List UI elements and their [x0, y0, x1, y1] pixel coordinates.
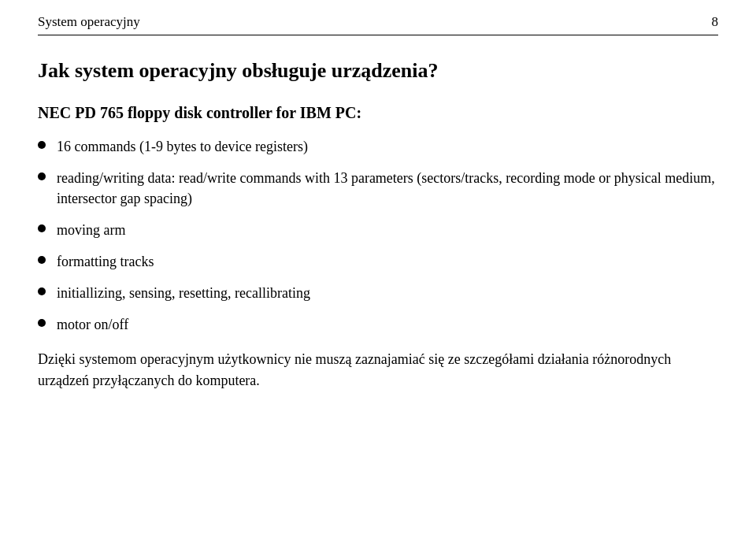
- bullet-text-4: formatting tracks: [57, 251, 718, 272]
- header: System operacyjny 8: [38, 14, 718, 35]
- bullet-text-1: 16 commands (1-9 bytes to device registe…: [57, 136, 718, 157]
- list-item: reading/writing data: read/write command…: [38, 168, 718, 209]
- page-container: System operacyjny 8 Jak system operacyjn…: [0, 0, 756, 415]
- header-title: System operacyjny: [38, 14, 140, 30]
- list-item: motor on/off: [38, 314, 718, 335]
- header-page-number: 8: [712, 14, 719, 30]
- bullet-text-2: reading/writing data: read/write command…: [57, 168, 718, 209]
- bullet-dot-3: [38, 224, 46, 232]
- list-item: 16 commands (1-9 bytes to device registe…: [38, 136, 718, 157]
- list-item: moving arm: [38, 220, 718, 240]
- closing-paragraph: Dzięki systemom operacyjnym użytkownicy …: [38, 349, 718, 391]
- bullet-text-6: motor on/off: [57, 314, 718, 335]
- list-item: initiallizing, sensing, resetting, recal…: [38, 283, 718, 303]
- bullet-dot-4: [38, 256, 46, 264]
- bullet-list: 16 commands (1-9 bytes to device registe…: [38, 136, 718, 336]
- bullet-dot-5: [38, 287, 46, 295]
- list-item: formatting tracks: [38, 251, 718, 272]
- bullet-text-3: moving arm: [57, 220, 718, 240]
- section-heading: NEC PD 765 floppy disk controller for IB…: [38, 102, 718, 124]
- bullet-dot-6: [38, 319, 46, 327]
- bullet-dot-2: [38, 172, 46, 180]
- slide-title: Jak system operacyjny obsługuje urządzen…: [38, 57, 718, 84]
- bullet-text-5: initiallizing, sensing, resetting, recal…: [57, 283, 718, 303]
- bullet-dot-1: [38, 141, 46, 149]
